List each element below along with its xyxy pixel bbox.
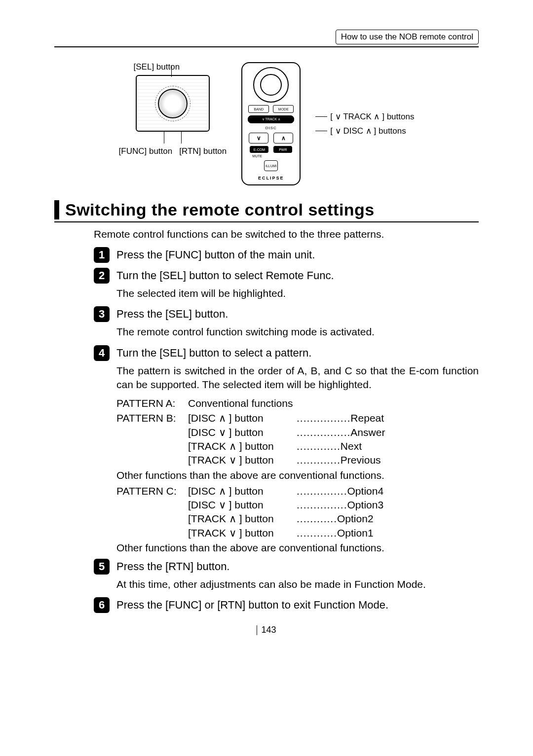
func-button-label: [FUNC] button: [119, 146, 173, 156]
pattern-b-block: PATTERN B: [DISC ∧ ] button ............…: [116, 411, 479, 467]
pattern-dots: ...............: [297, 498, 347, 512]
pattern-b-btn: [DISC ∧ ] button: [188, 411, 297, 425]
step-number-badge: 1: [94, 247, 110, 263]
step-heading: Press the [FUNC] or [RTN] button to exit…: [116, 599, 388, 612]
ecom-button-icon: E-COM: [250, 146, 268, 153]
track-bar-icon: ∨ TRACK ∧: [248, 115, 294, 123]
pattern-b-row: [TRACK ∨ ] button ............. Previous: [116, 453, 479, 467]
remote-control-illustration: BAND MODE ∨ TRACK ∧ DISC ∨ ∧ E-COM PWR M…: [241, 62, 301, 185]
footer-divider-icon: [257, 625, 257, 635]
step-body: At this time, other adjustments can also…: [116, 577, 479, 591]
main-unit-diagram: [SEL] button [FUNC] button [RTN] button: [119, 62, 227, 156]
brand-label: ECLIPSE: [258, 176, 284, 180]
pattern-b-btn: [DISC ∨ ] button: [188, 426, 297, 439]
pattern-c-label: PATTERN C:: [116, 484, 188, 498]
mute-label-icon: MUTE: [252, 154, 262, 158]
pattern-dots: ...............: [297, 484, 347, 498]
pattern-b-fn: Answer: [350, 426, 385, 439]
page-number: 143: [261, 625, 276, 635]
step-4: 4 Turn the [SEL] button to select a patt…: [94, 345, 479, 361]
pwr-button-icon: PWR: [273, 146, 292, 153]
pattern-b-fn: Repeat: [350, 411, 384, 425]
step-body: The remote control function switching mo…: [116, 325, 479, 339]
pattern-c-row: [TRACK ∨ ] button ............ Option1: [116, 526, 479, 540]
disc-label-icon: DISC: [266, 126, 277, 130]
step-number-badge: 4: [94, 345, 110, 361]
pattern-spacer: [116, 453, 188, 467]
pattern-b-fn: Next: [341, 439, 362, 453]
under-labels: [FUNC] button [RTN] button: [119, 146, 227, 156]
pattern-b-label: PATTERN B:: [116, 411, 188, 425]
disc-down-icon: ∨: [249, 133, 268, 144]
step-number-badge: 2: [94, 268, 110, 284]
pattern-a-text: Conventional functions: [188, 397, 293, 409]
track-buttons-label: [ ∨ TRACK ∧ ] buttons: [315, 111, 414, 122]
pattern-c-row: [TRACK ∧ ] button ............ Option2: [116, 512, 479, 526]
step-1: 1 Press the [FUNC] button of the main un…: [94, 247, 479, 263]
step-number-badge: 6: [94, 597, 110, 613]
callout-line-icon: [181, 132, 182, 144]
pattern-c-btn: [DISC ∧ ] button: [188, 484, 297, 498]
pattern-b-btn: [TRACK ∧ ] button: [188, 439, 297, 453]
disc-buttons-text: [ ∨ DISC ∧ ] buttons: [330, 126, 406, 136]
pattern-b-row: [TRACK ∧ ] button ............. Next: [116, 439, 479, 453]
band-button-icon: BAND: [248, 105, 269, 113]
pattern-dots: .............: [297, 453, 341, 467]
mode-button-icon: MODE: [273, 105, 294, 113]
page: How to use the NOB remote control [SEL] …: [0, 0, 533, 655]
step-heading: Turn the [SEL] button to select Remote F…: [116, 269, 334, 282]
pattern-c-btn: [TRACK ∨ ] button: [188, 526, 297, 540]
intro-text: Remote control functions can be switched…: [94, 228, 479, 240]
diagram-area: [SEL] button [FUNC] button [RTN] button …: [54, 62, 479, 185]
header-tag: How to use the NOB remote control: [336, 30, 479, 44]
step-2: 2 Turn the [SEL] button to select Remote…: [94, 268, 479, 284]
step-heading: Press the [FUNC] button of the main unit…: [116, 249, 315, 261]
remote-callout-labels: [ ∨ TRACK ∧ ] buttons [ ∨ DISC ∧ ] butto…: [315, 111, 414, 136]
step-heading: Press the [SEL] button.: [116, 308, 228, 321]
pattern-dots: ............: [297, 526, 337, 540]
knob-icon: [158, 89, 188, 118]
callout-line-icon: [171, 65, 172, 77]
pattern-dots: ................: [297, 426, 350, 439]
step-6: 6 Press the [FUNC] or [RTN] button to ex…: [94, 597, 479, 613]
pattern-c-fn: Option4: [347, 484, 384, 498]
main-unit-illustration: [136, 75, 210, 132]
sel-button-label: [SEL] button: [134, 62, 180, 72]
pattern-c-fn: Option3: [347, 498, 384, 512]
track-bar-text: ∨ TRACK ∧: [262, 117, 281, 121]
step-body: The pattern is switched in the order of …: [116, 364, 479, 392]
section-title: Switching the remote control settings: [54, 200, 479, 219]
pattern-c-fn: Option2: [337, 512, 374, 526]
pattern-spacer: [116, 426, 188, 439]
pattern-dots: ................: [297, 411, 350, 425]
pattern-b-btn: [TRACK ∨ ] button: [188, 453, 297, 467]
header-row: How to use the NOB remote control: [54, 30, 479, 47]
pattern-b-note: Other functions than the above are conve…: [116, 469, 479, 481]
disc-up-icon: ∧: [273, 133, 293, 144]
pattern-c-btn: [DISC ∨ ] button: [188, 498, 297, 512]
disc-buttons-label: [ ∨ DISC ∧ ] buttons: [315, 126, 414, 136]
step-number-badge: 5: [94, 559, 110, 575]
pattern-dots: .............: [297, 439, 341, 453]
step-5: 5 Press the [RTN] button.: [94, 559, 479, 575]
step-body: The selected item will be highlighted.: [116, 287, 479, 300]
pattern-dots: ............: [297, 512, 337, 526]
pattern-b-row: PATTERN B: [DISC ∧ ] button ............…: [116, 411, 479, 425]
pattern-a-label: PATTERN A:: [116, 397, 188, 409]
pattern-c-note: Other functions than the above are conve…: [116, 542, 479, 554]
pattern-a-row: PATTERN A: Conventional functions: [116, 397, 479, 409]
step-3: 3 Press the [SEL] button.: [94, 306, 479, 322]
illumi-button-icon: ILLUMI: [264, 160, 278, 171]
rtn-button-label: [RTN] button: [179, 146, 227, 156]
pattern-spacer: [116, 512, 188, 526]
page-footer: 143: [54, 625, 479, 635]
step-number-badge: 3: [94, 306, 110, 322]
remote-wheel-icon: [253, 67, 289, 103]
pattern-spacer: [116, 526, 188, 540]
pattern-spacer: [116, 498, 188, 512]
title-underline: [54, 221, 479, 222]
pattern-b-fn: Previous: [341, 453, 381, 467]
pattern-b-row: [DISC ∨ ] button ................ Answer: [116, 426, 479, 439]
pattern-c-row: [DISC ∨ ] button ............... Option3: [116, 498, 479, 512]
step-heading: Press the [RTN] button.: [116, 560, 229, 573]
